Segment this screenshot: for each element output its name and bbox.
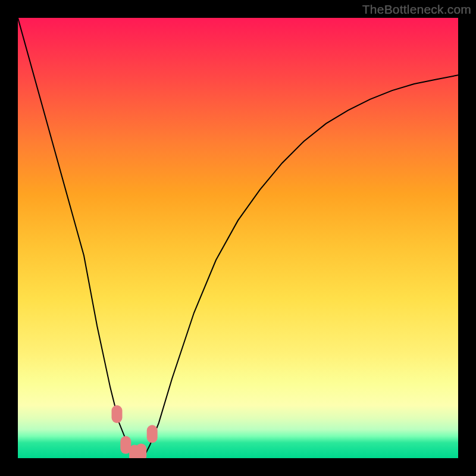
- watermark-text: TheBottleneck.com: [362, 2, 471, 17]
- sweet-spot-markers: [112, 405, 158, 458]
- chart-overlay: [18, 18, 458, 458]
- marker-dot: [112, 405, 123, 423]
- bottleneck-curve: [18, 18, 458, 454]
- marker-dot: [147, 425, 158, 443]
- chart-frame: TheBottleneck.com: [0, 0, 476, 476]
- marker-dot: [136, 443, 146, 458]
